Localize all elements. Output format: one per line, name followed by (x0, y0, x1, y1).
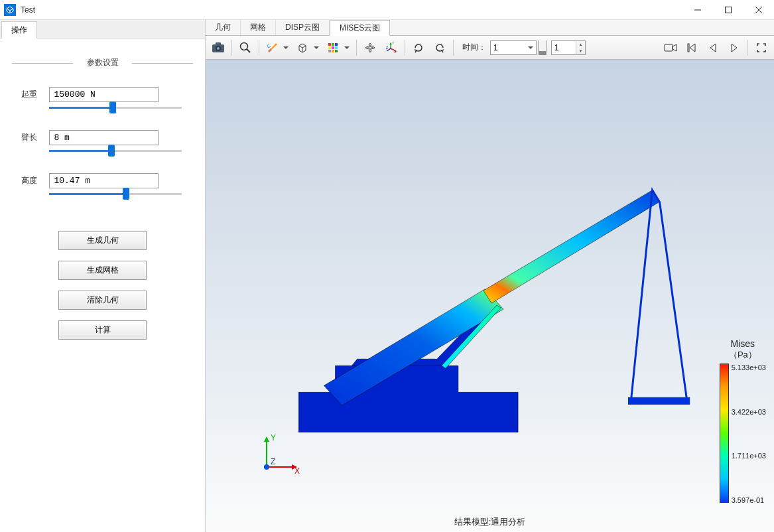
step-back-button[interactable] (703, 38, 723, 57)
colorbar-unit: （Pa） (720, 349, 766, 361)
window-title: Test (21, 5, 35, 15)
colorbar-tick-max: 5.133e+03 (732, 364, 766, 371)
viewport-status-text: 结果模型:通用分析 (454, 516, 526, 528)
param-lift: 起重 (12, 87, 193, 110)
time-label: 时间： (462, 42, 486, 53)
svg-point-11 (275, 43, 277, 45)
fullscreen-button[interactable] (751, 38, 771, 57)
svg-point-37 (264, 464, 269, 470)
svg-text:Z: Z (271, 457, 275, 466)
svg-rect-13 (332, 43, 334, 46)
app-icon (4, 4, 16, 16)
parameters-section-title: 参数设置 (12, 57, 193, 68)
param-arm-label: 臂长 (21, 132, 46, 143)
tab-mises-contour[interactable]: MISES云图 (330, 20, 390, 36)
colorbar-gradient (720, 364, 729, 503)
zoom-button[interactable] (235, 38, 255, 57)
svg-rect-18 (328, 50, 331, 52)
colorbar-tick: 1.711e+03 (732, 452, 766, 460)
clear-geometry-button[interactable]: 清除几何 (58, 291, 147, 310)
brush-dropdown[interactable] (263, 38, 292, 57)
window-maximize-button[interactable] (713, 0, 743, 20)
play-button[interactable] (724, 38, 744, 57)
svg-text:Z: Z (386, 46, 388, 50)
svg-text:Y: Y (271, 433, 276, 442)
svg-text:Y: Y (392, 42, 395, 45)
cube-dropdown[interactable] (293, 38, 322, 57)
tab-disp-contour[interactable]: DISP云图 (276, 20, 330, 35)
viewport-toolbar: YXZ 时间： 1 ▲▼ (206, 36, 774, 60)
rotate-ccw-button[interactable] (430, 38, 450, 57)
svg-rect-27 (665, 44, 673, 51)
svg-line-9 (247, 49, 250, 52)
svg-rect-28 (688, 44, 689, 52)
svg-text:X: X (294, 466, 300, 476)
content-tabs: 几何 网格 DISP云图 MISES云图 (206, 20, 774, 36)
tab-geometry[interactable]: 几何 (206, 20, 241, 35)
svg-rect-20 (335, 50, 338, 52)
svg-text:X: X (394, 50, 397, 54)
param-height-input[interactable] (49, 173, 159, 188)
title-bar: Test (0, 0, 774, 20)
colormap-dropdown[interactable] (324, 38, 353, 57)
svg-rect-1 (726, 7, 732, 13)
colorbar-title: Mises (720, 338, 766, 349)
param-arm: 臂长 (12, 130, 193, 153)
viewport-3d[interactable]: Y X Z 结果模型:通用分析 Mises （Pa） 5.133e+03 3.4… (206, 60, 774, 532)
colorbar-tick: 3.422e+03 (732, 408, 766, 416)
param-height: 高度 (12, 173, 193, 196)
sidebar: 操作 参数设置 起重 臂长 高度 (0, 20, 206, 532)
pan-button[interactable] (360, 38, 380, 57)
param-lift-label: 起重 (21, 89, 46, 100)
svg-point-6 (217, 47, 220, 50)
svg-rect-17 (335, 46, 338, 49)
window-close-button[interactable] (743, 0, 774, 20)
calculate-button[interactable]: 计算 (58, 320, 147, 340)
step-spinner-input[interactable] (552, 41, 576, 54)
skip-start-button[interactable] (682, 38, 702, 57)
param-arm-input[interactable] (49, 130, 159, 145)
screenshot-button[interactable] (208, 38, 228, 57)
generate-mesh-button[interactable]: 生成网格 (58, 261, 147, 280)
svg-marker-29 (298, 366, 518, 432)
window-minimize-button[interactable] (682, 0, 713, 20)
generate-geometry-button[interactable]: 生成几何 (58, 231, 147, 250)
svg-rect-12 (328, 43, 331, 46)
time-slider[interactable] (538, 40, 547, 55)
time-select[interactable]: 1 (490, 40, 537, 55)
colorbar-tick-min: 3.597e-01 (732, 496, 766, 504)
tab-mesh[interactable]: 网格 (241, 20, 276, 35)
param-height-label: 高度 (21, 175, 46, 186)
axis-gizmo: Y X Z (257, 430, 304, 479)
svg-rect-7 (216, 42, 221, 45)
step-down-icon[interactable]: ▼ (576, 48, 585, 54)
svg-rect-16 (332, 46, 334, 49)
colorbar: Mises （Pa） 5.133e+03 3.422e+03 1.711e+03… (720, 338, 766, 504)
svg-point-8 (241, 42, 248, 50)
svg-rect-34 (628, 397, 689, 404)
step-spinner[interactable]: ▲▼ (551, 40, 586, 55)
rotate-cw-button[interactable] (409, 38, 428, 57)
step-up-icon[interactable]: ▲ (576, 41, 585, 48)
svg-rect-14 (335, 43, 338, 46)
param-lift-slider[interactable] (49, 106, 182, 110)
svg-rect-15 (328, 46, 331, 49)
record-button[interactable] (661, 38, 680, 57)
axis-orientation-button[interactable]: YXZ (381, 38, 401, 57)
param-lift-input[interactable] (49, 87, 159, 102)
svg-rect-19 (332, 50, 334, 52)
param-height-slider[interactable] (49, 192, 182, 196)
param-arm-slider[interactable] (49, 149, 182, 153)
sidebar-tab-operation[interactable]: 操作 (1, 21, 37, 38)
svg-marker-32 (484, 190, 659, 303)
